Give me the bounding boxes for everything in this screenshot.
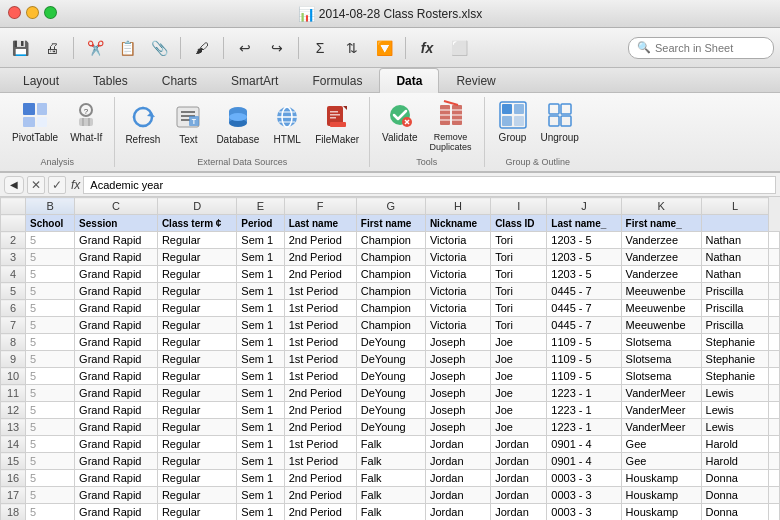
cell-15-7[interactable]: Jordan [491, 453, 547, 470]
cell-9-7[interactable]: Joe [491, 351, 547, 368]
cell-15-0[interactable]: 5 [26, 453, 75, 470]
cell-4-0[interactable]: 5 [26, 266, 75, 283]
tab-review[interactable]: Review [439, 68, 512, 93]
table-row[interactable]: 35Grand RapidRegularSem 12nd PeriodChamp… [1, 249, 780, 266]
cell-16-5[interactable]: Falk [356, 470, 425, 487]
cell-17-6[interactable]: Jordan [425, 487, 490, 504]
cell-7-2[interactable]: Regular [157, 317, 236, 334]
table-row[interactable]: 115Grand RapidRegularSem 12nd PeriodDeYo… [1, 385, 780, 402]
cell-7-4[interactable]: 1st Period [284, 317, 356, 334]
tab-smartart[interactable]: SmartArt [214, 68, 295, 93]
cell-9-9[interactable]: Slotsema [621, 351, 701, 368]
cell-7-8[interactable]: 0445 - 7 [547, 317, 621, 334]
cell-5-2[interactable]: Regular [157, 283, 236, 300]
cell-2-10[interactable]: Nathan [701, 232, 769, 249]
whatif-button[interactable]: ? What-If [66, 97, 106, 145]
cell-9-10[interactable]: Stephanie [701, 351, 769, 368]
cell-14-0[interactable]: 5 [26, 436, 75, 453]
search-input[interactable] [655, 42, 765, 54]
cell-8-9[interactable]: Slotsema [621, 334, 701, 351]
cell-3-8[interactable]: 1203 - 5 [547, 249, 621, 266]
cell-11-11[interactable] [769, 385, 780, 402]
cell-8-2[interactable]: Regular [157, 334, 236, 351]
cell-3-1[interactable]: Grand Rapid [75, 249, 158, 266]
cell-17-8[interactable]: 0003 - 3 [547, 487, 621, 504]
cell-10-9[interactable]: Slotsema [621, 368, 701, 385]
cell-8-10[interactable]: Stephanie [701, 334, 769, 351]
cell-16-1[interactable]: Grand Rapid [75, 470, 158, 487]
cell-5-4[interactable]: 1st Period [284, 283, 356, 300]
cell-6-2[interactable]: Regular [157, 300, 236, 317]
ungroup-button[interactable]: Ungroup [537, 97, 583, 145]
cell-12-9[interactable]: VanderMeer [621, 402, 701, 419]
cell-2-7[interactable]: Tori [491, 232, 547, 249]
paste-button[interactable]: 📎 [145, 34, 173, 62]
removedup-button[interactable]: RemoveDuplicates [426, 97, 476, 154]
cell-7-11[interactable] [769, 317, 780, 334]
table-row[interactable]: 165Grand RapidRegularSem 12nd PeriodFalk… [1, 470, 780, 487]
cell-4-6[interactable]: Victoria [425, 266, 490, 283]
cell-14-2[interactable]: Regular [157, 436, 236, 453]
cell-9-2[interactable]: Regular [157, 351, 236, 368]
cell-17-2[interactable]: Regular [157, 487, 236, 504]
save-button[interactable]: 💾 [6, 34, 34, 62]
cell-17-10[interactable]: Donna [701, 487, 769, 504]
cell-13-2[interactable]: Regular [157, 419, 236, 436]
cell-17-4[interactable]: 2nd Period [284, 487, 356, 504]
cell-14-4[interactable]: 1st Period [284, 436, 356, 453]
cell-5-3[interactable]: Sem 1 [237, 283, 284, 300]
cell-17-0[interactable]: 5 [26, 487, 75, 504]
copy-button[interactable]: 📋 [113, 34, 141, 62]
cell-13-7[interactable]: Joe [491, 419, 547, 436]
cell-2-2[interactable]: Regular [157, 232, 236, 249]
table-row[interactable]: 135Grand RapidRegularSem 12nd PeriodDeYo… [1, 419, 780, 436]
cell-7-1[interactable]: Grand Rapid [75, 317, 158, 334]
cut-button[interactable]: ✂️ [81, 34, 109, 62]
cell-16-10[interactable]: Donna [701, 470, 769, 487]
table-row[interactable]: 155Grand RapidRegularSem 11st PeriodFalk… [1, 453, 780, 470]
minimize-button[interactable] [26, 6, 39, 19]
cell-18-6[interactable]: Jordan [425, 504, 490, 521]
cell-3-11[interactable] [769, 249, 780, 266]
cell-10-3[interactable]: Sem 1 [237, 368, 284, 385]
cell-16-8[interactable]: 0003 - 3 [547, 470, 621, 487]
cell-6-4[interactable]: 1st Period [284, 300, 356, 317]
cell-6-5[interactable]: Champion [356, 300, 425, 317]
table-row[interactable]: 75Grand RapidRegularSem 11st PeriodChamp… [1, 317, 780, 334]
cell-3-3[interactable]: Sem 1 [237, 249, 284, 266]
col-header-i[interactable]: I [491, 198, 547, 215]
col-header-f[interactable]: F [284, 198, 356, 215]
cell-18-1[interactable]: Grand Rapid [75, 504, 158, 521]
col-header-d[interactable]: D [157, 198, 236, 215]
cell-18-5[interactable]: Falk [356, 504, 425, 521]
cell-3-2[interactable]: Regular [157, 249, 236, 266]
cell-17-7[interactable]: Jordan [491, 487, 547, 504]
cell-17-9[interactable]: Houskamp [621, 487, 701, 504]
cell-4-5[interactable]: Champion [356, 266, 425, 283]
cell-3-5[interactable]: Champion [356, 249, 425, 266]
cell-2-1[interactable]: Grand Rapid [75, 232, 158, 249]
cell-16-7[interactable]: Jordan [491, 470, 547, 487]
cell-14-9[interactable]: Gee [621, 436, 701, 453]
maximize-button[interactable] [44, 6, 57, 19]
cell-17-5[interactable]: Falk [356, 487, 425, 504]
cell-12-3[interactable]: Sem 1 [237, 402, 284, 419]
undo-button[interactable]: ↩ [231, 34, 259, 62]
cell-8-8[interactable]: 1109 - 5 [547, 334, 621, 351]
cell-11-0[interactable]: 5 [26, 385, 75, 402]
col-header-h[interactable]: H [425, 198, 490, 215]
cell-11-10[interactable]: Lewis [701, 385, 769, 402]
cell-3-4[interactable]: 2nd Period [284, 249, 356, 266]
cell-6-11[interactable] [769, 300, 780, 317]
cell-13-6[interactable]: Joseph [425, 419, 490, 436]
cell-6-1[interactable]: Grand Rapid [75, 300, 158, 317]
cell-11-9[interactable]: VanderMeer [621, 385, 701, 402]
filter-button[interactable]: 🔽 [370, 34, 398, 62]
cell-7-5[interactable]: Champion [356, 317, 425, 334]
brush-button[interactable]: 🖌 [188, 34, 216, 62]
cell-18-7[interactable]: Jordan [491, 504, 547, 521]
cell-17-1[interactable]: Grand Rapid [75, 487, 158, 504]
cell-13-1[interactable]: Grand Rapid [75, 419, 158, 436]
cell-12-11[interactable] [769, 402, 780, 419]
col-header-b[interactable]: B [26, 198, 75, 215]
